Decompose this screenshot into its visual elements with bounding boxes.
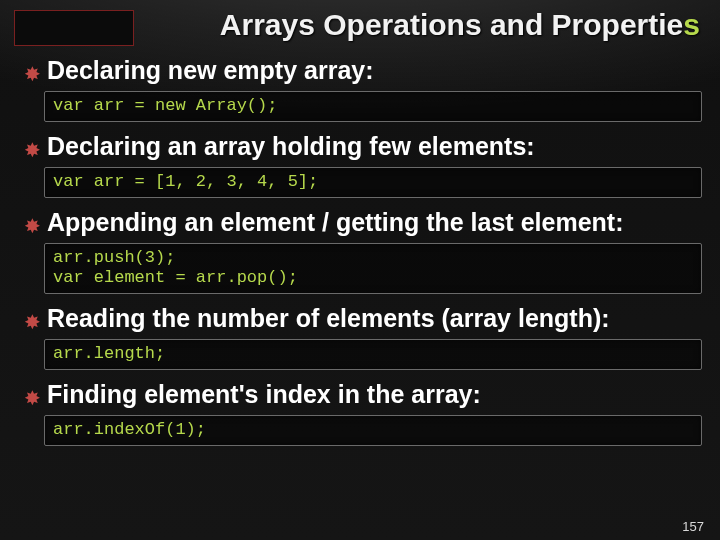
bullet-row: ✸ Appending an element / getting the las… — [24, 208, 702, 237]
code-block: var arr = new Array(); — [44, 91, 702, 122]
bullet-text: Declaring new empty array: — [47, 56, 374, 85]
bullet-star-icon: ✸ — [24, 214, 41, 238]
code-block: arr.length; — [44, 339, 702, 370]
bullet-text: Reading the number of elements (array le… — [47, 304, 610, 333]
bullet-row: ✸ Declaring an array holding few element… — [24, 132, 702, 161]
bullet-row: ✸ Declaring new empty array: — [24, 56, 702, 85]
bullet-star-icon: ✸ — [24, 386, 41, 410]
bullet-text: Appending an element / getting the last … — [47, 208, 623, 237]
code-block: arr.indexOf(1); — [44, 415, 702, 446]
code-block: var arr = [1, 2, 3, 4, 5]; — [44, 167, 702, 198]
code-block: arr.push(3); var element = arr.pop(); — [44, 243, 702, 294]
title-text: Arrays Operations and Propertie — [220, 8, 683, 41]
page-number: 157 — [682, 519, 704, 534]
logo-box — [14, 10, 134, 46]
bullet-star-icon: ✸ — [24, 62, 41, 86]
bullet-text: Finding element's index in the array: — [47, 380, 481, 409]
bullet-row: ✸ Reading the number of elements (array … — [24, 304, 702, 333]
bullet-star-icon: ✸ — [24, 138, 41, 162]
slide: Arrays Operations and Properties ✸ Decla… — [0, 0, 720, 540]
bullet-row: ✸ Finding element's index in the array: — [24, 380, 702, 409]
title-accent: s — [683, 8, 700, 41]
bullet-text: Declaring an array holding few elements: — [47, 132, 535, 161]
bullet-star-icon: ✸ — [24, 310, 41, 334]
